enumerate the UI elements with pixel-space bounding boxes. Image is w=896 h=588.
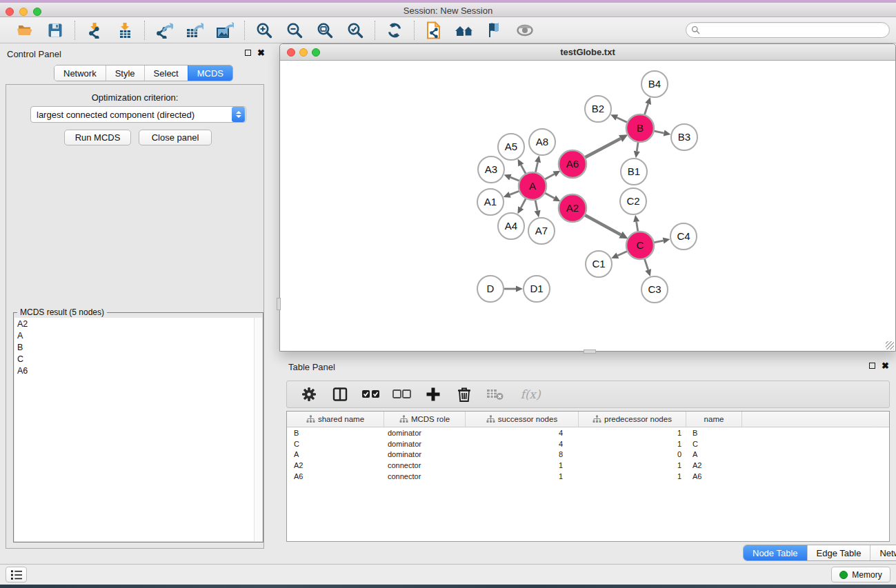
deselect-all-icon[interactable] xyxy=(392,385,412,404)
table-cell[interactable]: B xyxy=(287,429,384,437)
graph-edge-C-C1[interactable] xyxy=(617,251,627,255)
table-cell[interactable]: 1 xyxy=(579,440,686,448)
splitter-handle-bottom[interactable] xyxy=(584,349,596,354)
table-close-panel-icon[interactable]: ✖ xyxy=(882,363,889,369)
table-cell[interactable]: 1 xyxy=(579,429,686,437)
task-history-button[interactable] xyxy=(6,567,27,582)
zoom-in-icon[interactable] xyxy=(254,20,275,41)
table-float-panel-icon[interactable] xyxy=(869,363,875,369)
graph-edge-B-B3[interactable] xyxy=(654,131,664,133)
column-selector-icon[interactable] xyxy=(330,385,350,404)
mcds-result-item[interactable]: C xyxy=(14,353,254,365)
graph-edge-C-C3[interactable] xyxy=(644,258,648,270)
resize-grip-icon[interactable] xyxy=(886,341,894,349)
table-tab-node-table[interactable]: Node Table xyxy=(744,545,807,560)
graph-edge-A-A3[interactable] xyxy=(510,177,520,181)
graph-edge-A-A4[interactable] xyxy=(521,199,526,208)
open-file-icon[interactable] xyxy=(14,20,35,41)
eye-icon[interactable] xyxy=(515,20,535,41)
table-row[interactable]: Cdominator41C xyxy=(287,438,889,449)
splitter-handle-left[interactable] xyxy=(277,298,281,310)
settings-gear-icon[interactable] xyxy=(299,385,319,404)
float-panel-icon[interactable] xyxy=(245,50,251,56)
graph-edge-A2-C[interactable] xyxy=(585,215,621,235)
tab-select[interactable]: Select xyxy=(144,65,188,81)
graph-edge-A-A8[interactable] xyxy=(535,162,537,172)
export-image-icon[interactable] xyxy=(215,20,235,41)
mcds-result-item[interactable]: B xyxy=(14,341,254,353)
import-network-icon[interactable] xyxy=(84,20,105,41)
table-cell[interactable]: dominator xyxy=(384,440,466,448)
network-canvas[interactable]: B4B2BB3B1A5A8A6A3AA1A4A7A2C2CC4C1C3DD1 xyxy=(281,61,895,351)
table-cell[interactable]: connector xyxy=(384,461,466,469)
column-header-predecessor-nodes[interactable]: predecessor nodes xyxy=(579,412,686,427)
table-row[interactable]: Bdominator41B xyxy=(287,427,889,438)
graph-edge-A-A5[interactable] xyxy=(521,165,526,174)
zoom-selected-icon[interactable] xyxy=(345,20,366,41)
table-cell[interactable]: dominator xyxy=(384,429,466,437)
save-session-icon[interactable] xyxy=(45,20,66,41)
table-row[interactable]: A2connector11A2 xyxy=(287,460,889,471)
result-scrollbar[interactable] xyxy=(254,318,262,541)
close-panel-icon[interactable]: ✖ xyxy=(257,50,265,56)
table-cell[interactable]: A6 xyxy=(686,472,742,480)
graph-edge-B-B2[interactable] xyxy=(617,118,628,123)
graph-edge-C-C2[interactable] xyxy=(637,222,638,232)
column-header-successor-nodes[interactable]: successor nodes xyxy=(466,412,579,427)
mcds-result-item[interactable]: A xyxy=(14,330,254,341)
table-cell[interactable]: 1 xyxy=(466,472,579,480)
column-header-shared-name[interactable]: shared name xyxy=(287,412,384,427)
graph-edge-B-B4[interactable] xyxy=(644,104,648,115)
tab-mcds[interactable]: MCDS xyxy=(188,65,232,81)
import-table-icon[interactable] xyxy=(115,20,135,41)
table-cell[interactable]: A xyxy=(686,450,742,458)
network-window-titlebar[interactable]: testGlobe.txt xyxy=(280,44,895,61)
table-cell[interactable]: C xyxy=(686,440,742,448)
flag-icon[interactable] xyxy=(484,20,505,41)
tab-network[interactable]: Network xyxy=(54,65,106,81)
zoom-fit-icon[interactable] xyxy=(315,20,335,41)
table-cell[interactable]: A2 xyxy=(287,461,384,469)
export-network-icon[interactable] xyxy=(154,20,175,41)
table-cell[interactable]: A6 xyxy=(287,472,384,480)
mcds-result-item[interactable]: A2 xyxy=(14,318,254,330)
table-row[interactable]: Adominator80A xyxy=(287,449,889,460)
tab-style[interactable]: Style xyxy=(106,65,144,81)
table-row[interactable]: A6connector11A6 xyxy=(287,471,889,482)
table-tab-network-table[interactable]: Network Table xyxy=(870,545,896,560)
graph-edge-C-C4[interactable] xyxy=(654,241,664,243)
mcds-result-list[interactable]: A2ABCA6 xyxy=(14,318,254,541)
table-cell[interactable]: 8 xyxy=(466,450,579,458)
run-mcds-button[interactable]: Run MCDS xyxy=(64,130,131,145)
column-header-name[interactable]: name xyxy=(686,412,742,427)
table-cell[interactable]: 0 xyxy=(579,450,686,458)
table-cell[interactable]: 4 xyxy=(466,440,579,448)
zoom-out-icon[interactable] xyxy=(284,20,305,41)
table-cell[interactable]: 4 xyxy=(466,429,579,437)
export-table-icon[interactable] xyxy=(184,20,205,41)
delete-column-icon[interactable] xyxy=(455,385,474,404)
mcds-result-item[interactable]: A6 xyxy=(14,365,254,376)
table-cell[interactable]: C xyxy=(287,440,384,448)
table-cell[interactable]: dominator xyxy=(384,450,466,458)
graph-edge-A-A6[interactable] xyxy=(545,174,555,179)
table-cell[interactable]: connector xyxy=(384,472,466,480)
table-cell[interactable]: 1 xyxy=(579,472,686,480)
graph-edge-A-A2[interactable] xyxy=(545,193,555,199)
select-all-icon[interactable] xyxy=(361,385,381,404)
criterion-dropdown[interactable]: largest connected component (directed) xyxy=(30,106,246,123)
memory-button[interactable]: Memory xyxy=(831,567,890,582)
table-cell[interactable]: B xyxy=(686,429,742,437)
graph-edge-A-A7[interactable] xyxy=(535,200,537,211)
table-cell[interactable]: A xyxy=(287,450,384,458)
new-network-from-selection-icon[interactable] xyxy=(424,20,444,41)
table-cell[interactable]: A2 xyxy=(686,461,742,469)
column-header-MCDS-role[interactable]: MCDS role xyxy=(384,412,466,427)
search-field[interactable] xyxy=(686,22,890,38)
close-panel-button[interactable]: Close panel xyxy=(139,130,212,145)
table-tab-edge-table[interactable]: Edge Table xyxy=(807,545,870,560)
apply-layout-icon[interactable] xyxy=(384,20,405,41)
table-cell[interactable]: 1 xyxy=(579,461,686,469)
search-input[interactable] xyxy=(700,24,889,37)
graph-edge-A-A1[interactable] xyxy=(510,191,519,194)
